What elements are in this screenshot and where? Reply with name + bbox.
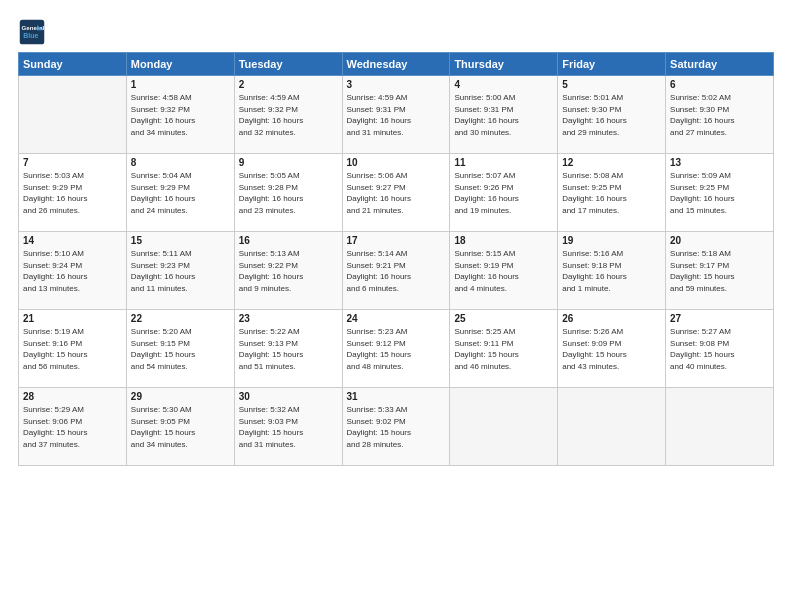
day-number: 24 xyxy=(347,313,446,324)
calendar-cell: 4Sunrise: 5:00 AM Sunset: 9:31 PM Daylig… xyxy=(450,76,558,154)
day-info: Sunrise: 5:03 AM Sunset: 9:29 PM Dayligh… xyxy=(23,170,122,216)
day-info: Sunrise: 5:02 AM Sunset: 9:30 PM Dayligh… xyxy=(670,92,769,138)
calendar-cell: 30Sunrise: 5:32 AM Sunset: 9:03 PM Dayli… xyxy=(234,388,342,466)
day-number: 20 xyxy=(670,235,769,246)
day-info: Sunrise: 5:09 AM Sunset: 9:25 PM Dayligh… xyxy=(670,170,769,216)
calendar-cell: 11Sunrise: 5:07 AM Sunset: 9:26 PM Dayli… xyxy=(450,154,558,232)
day-number: 17 xyxy=(347,235,446,246)
day-info: Sunrise: 5:15 AM Sunset: 9:19 PM Dayligh… xyxy=(454,248,553,294)
page-container: General Blue SundayMondayTuesdayWednesda… xyxy=(0,0,792,476)
calendar-cell: 16Sunrise: 5:13 AM Sunset: 9:22 PM Dayli… xyxy=(234,232,342,310)
day-info: Sunrise: 5:05 AM Sunset: 9:28 PM Dayligh… xyxy=(239,170,338,216)
calendar-cell: 17Sunrise: 5:14 AM Sunset: 9:21 PM Dayli… xyxy=(342,232,450,310)
day-number: 23 xyxy=(239,313,338,324)
day-info: Sunrise: 5:26 AM Sunset: 9:09 PM Dayligh… xyxy=(562,326,661,372)
calendar-cell: 22Sunrise: 5:20 AM Sunset: 9:15 PM Dayli… xyxy=(126,310,234,388)
day-info: Sunrise: 5:10 AM Sunset: 9:24 PM Dayligh… xyxy=(23,248,122,294)
calendar-cell: 20Sunrise: 5:18 AM Sunset: 9:17 PM Dayli… xyxy=(666,232,774,310)
header-cell-tuesday: Tuesday xyxy=(234,53,342,76)
calendar-cell: 9Sunrise: 5:05 AM Sunset: 9:28 PM Daylig… xyxy=(234,154,342,232)
day-number: 2 xyxy=(239,79,338,90)
calendar-cell: 13Sunrise: 5:09 AM Sunset: 9:25 PM Dayli… xyxy=(666,154,774,232)
day-info: Sunrise: 5:30 AM Sunset: 9:05 PM Dayligh… xyxy=(131,404,230,450)
calendar-cell: 23Sunrise: 5:22 AM Sunset: 9:13 PM Dayli… xyxy=(234,310,342,388)
day-info: Sunrise: 5:23 AM Sunset: 9:12 PM Dayligh… xyxy=(347,326,446,372)
calendar-cell: 3Sunrise: 4:59 AM Sunset: 9:31 PM Daylig… xyxy=(342,76,450,154)
day-number: 19 xyxy=(562,235,661,246)
calendar-cell xyxy=(19,76,127,154)
week-row-2: 7Sunrise: 5:03 AM Sunset: 9:29 PM Daylig… xyxy=(19,154,774,232)
day-number: 3 xyxy=(347,79,446,90)
day-number: 29 xyxy=(131,391,230,402)
week-row-3: 14Sunrise: 5:10 AM Sunset: 9:24 PM Dayli… xyxy=(19,232,774,310)
day-number: 7 xyxy=(23,157,122,168)
day-number: 22 xyxy=(131,313,230,324)
day-info: Sunrise: 4:59 AM Sunset: 9:32 PM Dayligh… xyxy=(239,92,338,138)
header-cell-wednesday: Wednesday xyxy=(342,53,450,76)
logo-icon: General Blue xyxy=(18,18,46,46)
header-row: SundayMondayTuesdayWednesdayThursdayFrid… xyxy=(19,53,774,76)
calendar-cell: 26Sunrise: 5:26 AM Sunset: 9:09 PM Dayli… xyxy=(558,310,666,388)
calendar-cell: 2Sunrise: 4:59 AM Sunset: 9:32 PM Daylig… xyxy=(234,76,342,154)
day-number: 26 xyxy=(562,313,661,324)
day-number: 14 xyxy=(23,235,122,246)
header: General Blue xyxy=(18,18,774,46)
day-number: 28 xyxy=(23,391,122,402)
calendar-cell: 14Sunrise: 5:10 AM Sunset: 9:24 PM Dayli… xyxy=(19,232,127,310)
day-info: Sunrise: 5:06 AM Sunset: 9:27 PM Dayligh… xyxy=(347,170,446,216)
calendar-table: SundayMondayTuesdayWednesdayThursdayFrid… xyxy=(18,52,774,466)
day-number: 9 xyxy=(239,157,338,168)
day-number: 30 xyxy=(239,391,338,402)
day-info: Sunrise: 5:08 AM Sunset: 9:25 PM Dayligh… xyxy=(562,170,661,216)
day-number: 18 xyxy=(454,235,553,246)
calendar-cell: 24Sunrise: 5:23 AM Sunset: 9:12 PM Dayli… xyxy=(342,310,450,388)
calendar-cell: 10Sunrise: 5:06 AM Sunset: 9:27 PM Dayli… xyxy=(342,154,450,232)
day-info: Sunrise: 5:13 AM Sunset: 9:22 PM Dayligh… xyxy=(239,248,338,294)
day-info: Sunrise: 5:18 AM Sunset: 9:17 PM Dayligh… xyxy=(670,248,769,294)
header-cell-saturday: Saturday xyxy=(666,53,774,76)
day-info: Sunrise: 5:07 AM Sunset: 9:26 PM Dayligh… xyxy=(454,170,553,216)
day-info: Sunrise: 5:27 AM Sunset: 9:08 PM Dayligh… xyxy=(670,326,769,372)
calendar-cell: 1Sunrise: 4:58 AM Sunset: 9:32 PM Daylig… xyxy=(126,76,234,154)
day-info: Sunrise: 5:25 AM Sunset: 9:11 PM Dayligh… xyxy=(454,326,553,372)
day-info: Sunrise: 5:16 AM Sunset: 9:18 PM Dayligh… xyxy=(562,248,661,294)
day-info: Sunrise: 5:33 AM Sunset: 9:02 PM Dayligh… xyxy=(347,404,446,450)
calendar-cell: 15Sunrise: 5:11 AM Sunset: 9:23 PM Dayli… xyxy=(126,232,234,310)
day-number: 12 xyxy=(562,157,661,168)
day-info: Sunrise: 5:32 AM Sunset: 9:03 PM Dayligh… xyxy=(239,404,338,450)
day-info: Sunrise: 5:20 AM Sunset: 9:15 PM Dayligh… xyxy=(131,326,230,372)
day-number: 4 xyxy=(454,79,553,90)
svg-text:Blue: Blue xyxy=(23,32,38,39)
day-info: Sunrise: 5:01 AM Sunset: 9:30 PM Dayligh… xyxy=(562,92,661,138)
day-number: 1 xyxy=(131,79,230,90)
calendar-cell: 6Sunrise: 5:02 AM Sunset: 9:30 PM Daylig… xyxy=(666,76,774,154)
day-number: 6 xyxy=(670,79,769,90)
calendar-cell: 29Sunrise: 5:30 AM Sunset: 9:05 PM Dayli… xyxy=(126,388,234,466)
calendar-cell: 25Sunrise: 5:25 AM Sunset: 9:11 PM Dayli… xyxy=(450,310,558,388)
calendar-cell xyxy=(666,388,774,466)
calendar-cell: 12Sunrise: 5:08 AM Sunset: 9:25 PM Dayli… xyxy=(558,154,666,232)
week-row-5: 28Sunrise: 5:29 AM Sunset: 9:06 PM Dayli… xyxy=(19,388,774,466)
calendar-cell xyxy=(558,388,666,466)
calendar-cell: 5Sunrise: 5:01 AM Sunset: 9:30 PM Daylig… xyxy=(558,76,666,154)
day-number: 21 xyxy=(23,313,122,324)
day-info: Sunrise: 5:14 AM Sunset: 9:21 PM Dayligh… xyxy=(347,248,446,294)
header-cell-friday: Friday xyxy=(558,53,666,76)
calendar-cell: 28Sunrise: 5:29 AM Sunset: 9:06 PM Dayli… xyxy=(19,388,127,466)
day-info: Sunrise: 4:59 AM Sunset: 9:31 PM Dayligh… xyxy=(347,92,446,138)
header-cell-thursday: Thursday xyxy=(450,53,558,76)
day-number: 31 xyxy=(347,391,446,402)
calendar-cell: 21Sunrise: 5:19 AM Sunset: 9:16 PM Dayli… xyxy=(19,310,127,388)
day-number: 15 xyxy=(131,235,230,246)
day-number: 27 xyxy=(670,313,769,324)
day-number: 10 xyxy=(347,157,446,168)
day-number: 16 xyxy=(239,235,338,246)
day-number: 13 xyxy=(670,157,769,168)
day-info: Sunrise: 5:11 AM Sunset: 9:23 PM Dayligh… xyxy=(131,248,230,294)
day-info: Sunrise: 5:29 AM Sunset: 9:06 PM Dayligh… xyxy=(23,404,122,450)
day-info: Sunrise: 5:19 AM Sunset: 9:16 PM Dayligh… xyxy=(23,326,122,372)
day-info: Sunrise: 4:58 AM Sunset: 9:32 PM Dayligh… xyxy=(131,92,230,138)
day-number: 5 xyxy=(562,79,661,90)
header-cell-sunday: Sunday xyxy=(19,53,127,76)
day-number: 11 xyxy=(454,157,553,168)
